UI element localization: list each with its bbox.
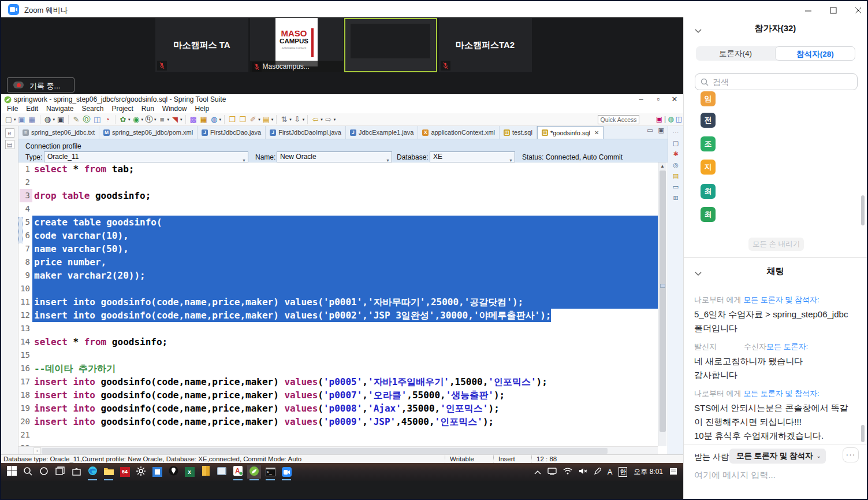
taskbar-cortana-icon[interactable] xyxy=(37,465,51,479)
toolbar-quality-icon[interactable]: ⓠ▾ xyxy=(144,114,157,125)
toolbar-pencil-icon[interactable]: ✎ xyxy=(72,114,81,125)
toolbar-wizard-icon[interactable]: ▩ xyxy=(189,114,198,125)
participant-search[interactable]: 검색 xyxy=(695,73,858,90)
maximize-button[interactable] xyxy=(825,3,842,17)
quick-access-box[interactable]: Quick Access xyxy=(598,115,639,124)
menu-run[interactable]: Run xyxy=(137,104,158,113)
tray-wifi-icon[interactable] xyxy=(563,468,572,476)
toolbar-sort-icon[interactable]: ⇅▾ xyxy=(280,114,292,125)
view-shortcut-icon[interactable]: ▤ xyxy=(5,140,14,149)
toolbar-clock-icon[interactable]: ◔ xyxy=(103,114,112,125)
tray-hidden-icons-icon[interactable] xyxy=(534,468,541,476)
panel-icon[interactable]: ⊞ xyxy=(671,193,681,203)
close-button[interactable] xyxy=(850,3,867,17)
toolbar-folder-icon[interactable]: ▤▾ xyxy=(262,114,274,125)
editor-tab[interactable]: Mspring_step06_jdbc/pom.xml xyxy=(99,126,198,139)
panel-tab[interactable]: 참석자(28) xyxy=(775,46,855,61)
menu-search[interactable]: Search xyxy=(77,104,107,113)
participant-avatar[interactable]: 최 xyxy=(701,207,716,222)
notification-icon[interactable] xyxy=(669,468,677,477)
toolbar-forward-icon[interactable]: ⇨▾ xyxy=(324,114,336,125)
taskbar-excel-icon[interactable]: x xyxy=(182,465,196,479)
editor-tab[interactable]: XapplicationContext.xml xyxy=(418,126,500,139)
lower-all-hands-button[interactable]: 모든 손 내리기 xyxy=(748,238,804,251)
menu-project[interactable]: Project xyxy=(107,104,137,113)
participant-avatar[interactable]: 최 xyxy=(701,184,716,199)
toolbar-verify-icon[interactable]: Ⓞ xyxy=(82,114,91,125)
name-combo[interactable]: New Oracle▼ xyxy=(277,151,392,162)
toolbar-grid-icon[interactable]: ▦ xyxy=(199,114,208,125)
ide-minimize-button[interactable]: – xyxy=(634,95,649,103)
sql-editor[interactable]: 1select * from tab;23drop table goodsinf… xyxy=(18,162,658,446)
tab-close-icon[interactable]: ✕ xyxy=(594,129,599,136)
toolbar-back-icon[interactable]: ⇦▾ xyxy=(311,114,323,125)
taskbar-hancom-icon[interactable]: A xyxy=(231,465,245,479)
toolbar-save-all-icon[interactable]: ▦ xyxy=(28,114,37,125)
panel-icon[interactable]: ◎ xyxy=(671,160,681,170)
panel-tab[interactable]: 토론자(4) xyxy=(696,46,775,61)
editor-tab[interactable]: JFirstJdbcDao.java xyxy=(198,126,266,139)
taskbar-search-icon[interactable] xyxy=(21,465,35,479)
editor-tab[interactable]: ◫test.sql xyxy=(500,126,537,139)
tray-display-icon[interactable] xyxy=(547,468,557,477)
participants-scrollbar[interactable] xyxy=(861,195,865,225)
toolbar-pane-icon[interactable]: ◫ xyxy=(92,114,102,125)
menu-edit[interactable]: Edit xyxy=(22,104,42,113)
toolbar-debug-icon[interactable]: ✿▾ xyxy=(118,114,131,125)
taskbar-file-explorer-icon[interactable] xyxy=(102,465,116,479)
panel-icon[interactable]: ✱ xyxy=(671,149,681,159)
tray-input-a-icon[interactable]: A xyxy=(608,468,613,476)
editor-shortcut-icon[interactable]: e xyxy=(5,128,14,138)
ide-close-button[interactable]: ✕ xyxy=(667,95,682,103)
taskbar-terminal-icon[interactable]: >_ xyxy=(263,465,277,479)
toolbar-magic-icon[interactable]: ✐▾ xyxy=(248,114,260,125)
taskbar-spring-sts-icon[interactable] xyxy=(247,465,261,479)
toolbar-web-icon[interactable]: ◍▾ xyxy=(210,114,222,125)
editor-tab[interactable]: JJdbcExample1.java xyxy=(346,126,418,139)
taskbar-start-icon[interactable] xyxy=(5,465,18,479)
editor-vscrollbar[interactable]: ▲ xyxy=(658,162,666,446)
chat-scrollbar[interactable] xyxy=(861,425,865,442)
taskbar-photos-icon[interactable] xyxy=(150,465,164,479)
editor-tab[interactable]: JFirstJdbcDaoImpl.java xyxy=(266,126,346,139)
chat-more-button[interactable]: ··· xyxy=(843,447,859,462)
participant-avatar[interactable]: 임 xyxy=(701,91,716,106)
taskbar-maps-icon[interactable] xyxy=(166,465,180,479)
recording-indicator[interactable]: 기록 중... xyxy=(7,77,74,92)
tray-input-korean-icon[interactable]: 한 xyxy=(619,467,627,477)
taskbar-store-icon[interactable] xyxy=(69,465,83,479)
menu-window[interactable]: Window xyxy=(158,104,191,113)
toolbar-monitor-icon[interactable]: ▣ xyxy=(56,114,65,125)
editor-hscrollbar[interactable]: ‹ xyxy=(18,446,658,454)
chat-input[interactable]: 여기에 메시지 입력... xyxy=(694,470,776,481)
participant-avatar[interactable]: 조 xyxy=(701,136,716,151)
participant-avatar[interactable]: 지 xyxy=(701,160,716,175)
toolbar-save-icon[interactable]: ▣ xyxy=(17,114,27,125)
toolbar-collapse-icon[interactable]: ⇩▾ xyxy=(293,114,305,125)
editor-tab[interactable]: ≡spring_step06_jdbc.txt xyxy=(18,126,99,139)
taskbar-task-view-icon[interactable] xyxy=(53,465,67,479)
toolbar-user-icon[interactable]: ◍▾ xyxy=(43,114,55,125)
toolbar-relaunch-icon[interactable]: ◥▾ xyxy=(170,114,182,125)
taskbar-settings-icon[interactable] xyxy=(134,465,148,479)
taskbar-n64-icon[interactable]: 64 xyxy=(118,465,132,479)
taskbar-edge-icon[interactable] xyxy=(85,465,99,479)
panel-icon[interactable]: ▢ xyxy=(671,138,681,148)
menu-help[interactable]: Help xyxy=(191,104,214,113)
tray-volume-muted-icon[interactable] xyxy=(579,468,588,476)
panel-icon[interactable]: ▤ xyxy=(671,171,681,181)
taskbar-zoom-icon[interactable] xyxy=(280,465,293,479)
taskbar-onenote-icon[interactable] xyxy=(199,465,213,479)
minimize-button[interactable] xyxy=(800,3,817,17)
panel-icon[interactable]: ▭ xyxy=(671,182,681,192)
type-combo[interactable]: Oracle_11▼ xyxy=(44,151,248,162)
tray-pen-icon[interactable] xyxy=(594,468,601,476)
toolbar-open-folder-icon[interactable]: ❒ xyxy=(228,114,237,125)
participant-avatar[interactable]: 전 xyxy=(701,113,716,128)
database-combo[interactable]: XE▼ xyxy=(430,151,515,162)
menu-navigate[interactable]: Navigate xyxy=(42,104,77,113)
taskbar-mail-icon[interactable] xyxy=(215,465,229,479)
view-minmax-controls[interactable]: ▭ ▣ xyxy=(647,127,666,134)
toolbar-stop-icon[interactable]: ■▾ xyxy=(158,114,170,125)
toolbar-new-icon[interactable]: ▢▾ xyxy=(4,114,16,125)
